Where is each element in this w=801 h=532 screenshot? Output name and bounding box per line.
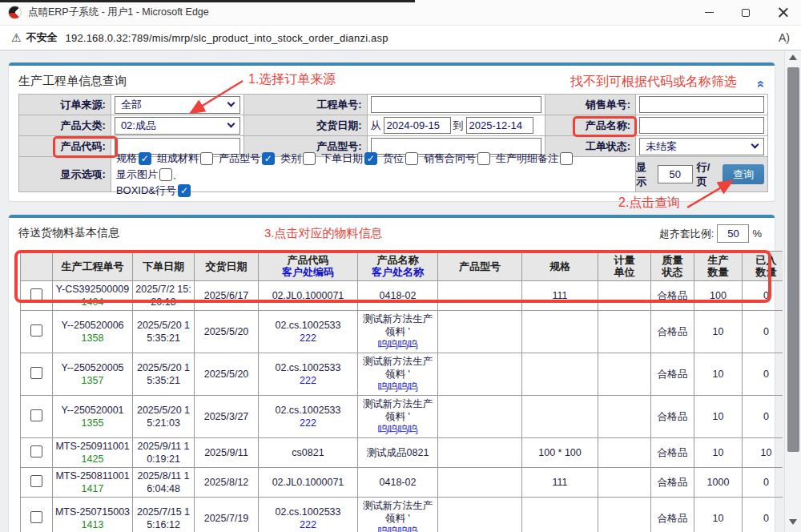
spec-cell: 100 * 100 <box>522 438 598 468</box>
order-no-cell[interactable]: Y--2505200051357 <box>53 353 133 396</box>
order-date-cell: 2025/7/15 15:16:12 <box>133 498 195 532</box>
display-option: BOXID&行号✓ <box>116 183 191 199</box>
display-option: 组成材料 <box>157 151 213 167</box>
checkbox-unchecked-icon[interactable] <box>477 152 490 165</box>
row-checkbox[interactable] <box>30 475 42 487</box>
chevron-down-icon <box>751 141 759 149</box>
page-content: 生产工程单信息查询 « 订单来源: 全部 工程单号: 销售单号: 产品大类: 0… <box>0 50 801 532</box>
product-model-cell <box>438 498 522 532</box>
display-option: 下单日期✓ <box>321 151 377 167</box>
quality-status-cell: 合格品 <box>651 353 694 396</box>
checkbox-checked-icon[interactable]: ✓ <box>364 152 377 165</box>
checkbox-unchecked-icon[interactable] <box>560 152 573 165</box>
row-select-cell <box>21 281 53 311</box>
sales-no-input[interactable] <box>639 96 764 113</box>
product-name-cell: 测试新方法生产领料 '呜呜呜呜 <box>358 498 438 532</box>
material-row[interactable]: MTS-25081100114172025/8/11 16:04:482025/… <box>21 468 783 498</box>
column-header: 规格 <box>522 252 598 281</box>
page-size-input[interactable] <box>658 165 693 183</box>
checkbox-unchecked-icon[interactable] <box>159 168 172 181</box>
product-name-input[interactable] <box>639 117 764 134</box>
customer-name[interactable]: 呜呜呜呜 <box>359 381 437 393</box>
row-checkbox[interactable] <box>30 367 42 379</box>
panel-accent-bar <box>9 62 775 66</box>
maximize-button[interactable] <box>727 0 764 26</box>
checkbox-unchecked-icon[interactable] <box>200 152 213 165</box>
row-select-cell <box>21 353 53 396</box>
product-code-cell: 02.JL0.1000071 <box>259 468 358 498</box>
material-row[interactable]: Y-CS39250000914042025/7/2 15:20:182025/6… <box>21 281 783 311</box>
row-checkbox[interactable] <box>30 445 42 457</box>
maximize-icon <box>742 9 750 17</box>
address-bar[interactable]: ⚠ 不安全 192.168.0.32:789/mis/mrp/slc_produ… <box>0 26 801 50</box>
order-status-select[interactable]: 未结案 <box>639 138 764 155</box>
quality-status-cell: 合格品 <box>651 438 694 468</box>
option-suffix: 、 <box>172 167 183 183</box>
row-checkbox[interactable] <box>30 324 42 337</box>
material-row[interactable]: MTS-25071500314132025/7/15 15:16:122025/… <box>21 498 783 532</box>
project-no-input[interactable] <box>371 96 542 113</box>
customer-code[interactable]: 222 <box>260 332 356 345</box>
checkbox-checked-icon[interactable]: ✓ <box>139 152 151 165</box>
material-row[interactable]: Y--25052000513572025/5/20 15:35:212025/5… <box>21 353 783 396</box>
scroll-up-icon[interactable] <box>789 54 797 60</box>
display-option-label: 生产明细备注 <box>496 151 558 167</box>
column-header: 产品型号 <box>438 252 522 281</box>
checkbox-checked-icon[interactable]: ✓ <box>178 184 191 197</box>
checkbox-unchecked-icon[interactable] <box>405 152 418 165</box>
materials-panel-title: 待送货物料基本信息 <box>18 226 119 240</box>
url-text[interactable]: 192.168.0.32:789/mis/mrp/slc_product_int… <box>66 32 388 44</box>
search-button[interactable]: 查询 <box>723 164 764 184</box>
unit-cell <box>598 468 651 498</box>
close-button[interactable] <box>764 0 801 26</box>
order-no-cell[interactable]: MTS-2507150031413 <box>53 498 133 532</box>
spec-cell: 111 <box>522 281 598 311</box>
read-aloud-icon[interactable]: A) <box>779 31 790 44</box>
date-to-input[interactable] <box>466 117 533 134</box>
over-kit-ratio: 超齐套比例: % <box>659 224 762 243</box>
project-no-label: 工程单号: <box>244 95 368 115</box>
customer-code[interactable]: 222 <box>260 374 356 387</box>
product-category-select[interactable]: 02:成品 <box>115 117 240 135</box>
collapse-panel-icon[interactable]: « <box>757 80 765 87</box>
annotation-hint: 找不到可根据代码或名称筛选 <box>570 74 737 91</box>
minimize-button[interactable] <box>690 0 727 26</box>
order-no-cell[interactable]: MTS-2509110011425 <box>53 438 133 468</box>
checkbox-checked-icon[interactable]: ✓ <box>262 152 275 165</box>
display-options-label: 显示选项: <box>19 157 111 192</box>
customer-name[interactable]: 呜呜呜呜 <box>359 338 437 351</box>
scrollbar-thumb[interactable] <box>787 67 799 452</box>
order-no-cell[interactable]: Y-CS3925000091404 <box>53 281 133 311</box>
customer-name[interactable]: 呜呜呜呜 <box>359 423 437 436</box>
row-checkbox[interactable] <box>30 288 42 300</box>
material-row[interactable]: MTS-25091100114252025/9/11 10:19:212025/… <box>21 438 783 468</box>
chevron-down-icon <box>227 120 235 128</box>
order-no-cell[interactable]: Y--2505200061358 <box>53 311 133 353</box>
materials-table-wrap: 生产工程单号下单日期交货日期产品代码客户处编码产品名称客户处名称产品型号规格计量… <box>20 251 783 532</box>
stocked-qty-cell: 0 <box>743 281 783 311</box>
row-checkbox[interactable] <box>30 511 42 523</box>
column-header <box>21 252 53 281</box>
checkbox-unchecked-icon[interactable] <box>303 152 316 165</box>
security-label[interactable]: 不安全 <box>26 30 58 45</box>
customer-code[interactable]: 222 <box>260 417 356 429</box>
page-scrollbar[interactable] <box>784 50 801 532</box>
order-no-cell[interactable]: MTS-2508110011417 <box>53 468 133 498</box>
column-header: 计量单位 <box>598 252 651 281</box>
ratio-input[interactable] <box>717 224 749 243</box>
customer-name[interactable]: 呜呜呜呜 <box>359 525 437 532</box>
product-code-label: 产品代码: <box>19 136 111 157</box>
order-source-select[interactable]: 全部 <box>115 96 240 114</box>
order-no-cell[interactable]: Y--2505200011355 <box>53 396 133 438</box>
material-row[interactable]: Y--25052000113552025/5/20 15:21:032025/3… <box>21 396 783 438</box>
material-row[interactable]: Y--25052000613582025/5/20 15:35:212025/5… <box>21 311 783 353</box>
production-qty-cell: 10 <box>694 498 743 532</box>
stocked-qty-cell: 0 <box>743 468 783 498</box>
date-from-input[interactable] <box>384 117 451 134</box>
customer-code[interactable]: 222 <box>260 518 356 531</box>
order-date-cell: 2025/5/20 15:21:03 <box>133 396 195 438</box>
display-option-label: 规格 <box>116 151 137 167</box>
product-model-cell <box>438 396 522 438</box>
row-checkbox[interactable] <box>30 409 42 421</box>
scroll-down-icon[interactable] <box>789 519 797 525</box>
